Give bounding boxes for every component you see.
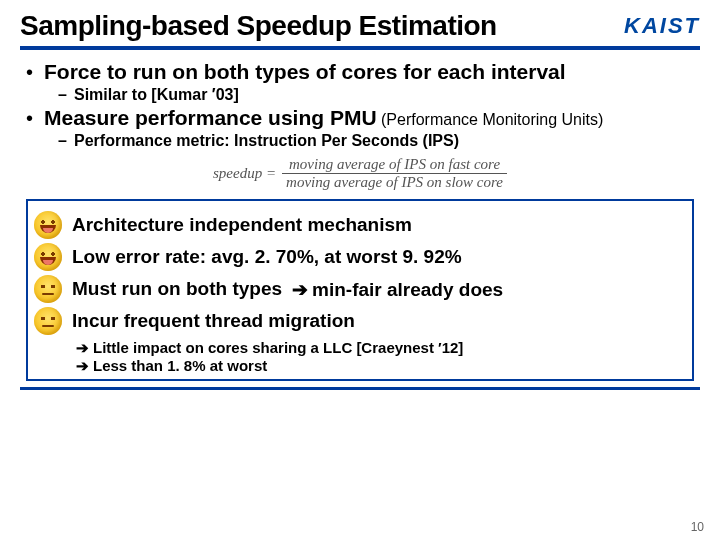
- arrow-icon: ➔: [76, 357, 89, 374]
- bullet-1-sub: Similar to [Kumar ′03]: [74, 86, 239, 103]
- box-row-4-sub-b: ➔Less than 1. 8% at worst: [76, 357, 682, 375]
- main-bullet-list: • Force to run on both types of cores fo…: [20, 60, 700, 150]
- box-row-2: Low error rate: avg. 2. 70%, at worst 9.…: [72, 246, 462, 268]
- bullet-2-main: Measure performance using PMU: [44, 106, 377, 129]
- box-row-4: Incur frequent thread migration: [72, 310, 355, 332]
- page-number: 10: [691, 520, 704, 534]
- bullet-2-sub: Performance metric: Instruction Per Seco…: [74, 132, 459, 149]
- title-underline: [20, 46, 700, 50]
- box-row-3-aside: ➔min-fair already does: [292, 278, 503, 301]
- neutral-icon: [34, 275, 62, 303]
- formula-lhs: speedup =: [213, 165, 276, 182]
- neutral-icon: [34, 307, 62, 335]
- arrow-icon: ➔: [292, 279, 308, 300]
- bullet-dot-icon: •: [26, 108, 44, 128]
- kaist-logo: KAIST: [624, 13, 700, 39]
- bullet-2: Measure performance using PMU (Performan…: [44, 106, 603, 130]
- bullet-2-paren: (Performance Monitoring Units): [377, 111, 604, 128]
- speedup-formula: speedup = moving average of IPS on fast …: [20, 156, 700, 191]
- summary-box: Architecture independent mechanism Low e…: [26, 199, 694, 381]
- box-row-1: Architecture independent mechanism: [72, 214, 412, 236]
- smile-icon: [34, 243, 62, 271]
- formula-denominator: moving average of IPS on slow core: [282, 174, 507, 191]
- dash-icon: –: [58, 132, 74, 150]
- dash-icon: –: [58, 86, 74, 104]
- bullet-1: Force to run on both types of cores for …: [44, 60, 566, 84]
- smile-icon: [34, 211, 62, 239]
- page-title: Sampling-based Speedup Estimation: [20, 10, 497, 42]
- formula-numerator: moving average of IPS on fast core: [282, 156, 507, 174]
- bullet-dot-icon: •: [26, 62, 44, 82]
- arrow-icon: ➔: [76, 339, 89, 356]
- box-row-3: Must run on both types: [72, 278, 282, 300]
- box-row-4-sub-a: ➔Little impact on cores sharing a LLC [C…: [76, 339, 682, 357]
- footer-rule: [20, 387, 700, 390]
